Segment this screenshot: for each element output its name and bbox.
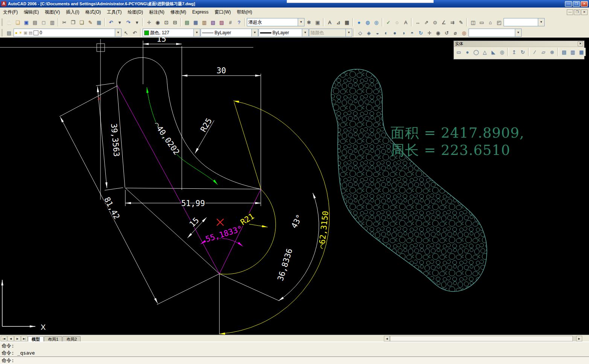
arc-length-curve[interactable] xyxy=(147,87,218,185)
scroll-right-button[interactable]: ▶ xyxy=(576,336,582,341)
tab-scroll-last-button[interactable]: ▶| xyxy=(21,336,27,341)
scrollbar-thumb[interactable] xyxy=(390,336,573,341)
text-style-manager-button[interactable]: A xyxy=(326,18,334,26)
palette-close-button[interactable]: ✕ xyxy=(578,41,583,46)
restore-button[interactable]: ❐ xyxy=(573,1,580,7)
blank-entry-dropdown-arrow-icon[interactable]: ▼ xyxy=(515,29,521,36)
render-quick-button[interactable]: ◎ xyxy=(460,29,468,37)
orbit-free-button[interactable]: ↻ xyxy=(417,29,425,37)
find-replace-button[interactable]: ◌ xyxy=(393,18,401,26)
command-input-line[interactable]: 命令: xyxy=(0,356,589,364)
quickcalc-button[interactable]: # xyxy=(226,18,234,26)
solid-torus-button[interactable]: ◎ xyxy=(498,48,506,56)
dim-width-top-text[interactable]: 15 xyxy=(157,38,166,44)
new-file-button[interactable]: ❏ xyxy=(5,18,13,26)
cut-clip-button[interactable]: ✂ xyxy=(60,18,68,26)
shade-flat-edges-button[interactable]: ◑ xyxy=(399,29,408,37)
block-editor-button[interactable]: ▦ xyxy=(95,18,103,26)
shade-2d-wireframe-button[interactable]: ◇ xyxy=(356,29,364,37)
setup-drawing-button[interactable]: ▤ xyxy=(560,48,568,56)
menu-item-6[interactable]: 绘图(D) xyxy=(125,8,146,17)
copy-clip-button[interactable]: ❐ xyxy=(69,18,77,26)
dim-aligned-button[interactable]: ⇗ xyxy=(422,18,431,26)
pan-realtime-button[interactable]: ✛ xyxy=(145,18,153,26)
lineweight-control-dropdown-arrow-icon[interactable]: ▼ xyxy=(302,29,308,36)
dim-linear-button[interactable]: ↔ xyxy=(414,18,422,26)
green-arc-dimension[interactable] xyxy=(147,87,218,185)
layer-properties-manager-button[interactable]: ▤ xyxy=(5,29,13,37)
solid-sphere-button[interactable]: ● xyxy=(463,48,472,56)
paste-clip-button[interactable]: ❏ xyxy=(78,18,86,26)
section-button[interactable]: ▱ xyxy=(539,48,548,56)
palette-title-bar[interactable]: 实体 ✕ xyxy=(454,41,584,47)
dim-edge-right-text[interactable]: 36,8336 xyxy=(276,247,294,282)
zoom-window-button[interactable]: ⊡ xyxy=(162,18,170,26)
single-viewport-button[interactable]: ▭ xyxy=(478,18,486,26)
minimize-button[interactable]: — xyxy=(565,1,572,7)
perimeter-annotation-text[interactable]: 周长 = 223.6510 xyxy=(391,142,510,158)
shade-gouraud-edges-button[interactable]: ◓ xyxy=(408,29,416,37)
menu-item-4[interactable]: 格式(O) xyxy=(82,8,104,17)
spell-check-button[interactable]: ✓ xyxy=(384,18,393,26)
tool-palettes-button[interactable]: ▥ xyxy=(200,18,209,26)
close-button[interactable]: ✕ xyxy=(581,1,588,7)
tab-scroll-next-button[interactable]: ▶ xyxy=(14,336,21,341)
menu-item-7[interactable]: 标注(N) xyxy=(146,8,167,17)
workspace-settings-button[interactable]: ✱ xyxy=(305,18,313,26)
properties-palette-button[interactable]: ▤ xyxy=(183,18,191,26)
layer-combo[interactable]: ●☀▣▤0▼ xyxy=(14,29,122,37)
markup-set-manager-button[interactable]: ▨ xyxy=(218,18,226,26)
menu-item-1[interactable]: 编辑(E) xyxy=(21,8,42,17)
plot-button[interactable]: ▤ xyxy=(31,18,39,26)
polygonal-viewport-button[interactable]: ⌂ xyxy=(486,18,495,26)
menu-item-5[interactable]: 工具(T) xyxy=(104,8,125,17)
lineweight-control-combo[interactable]: ByLayer▼ xyxy=(259,29,309,37)
model-space-viewport[interactable]: 15 30 39,3563 81,42 51,99 R25 ⌒40,0202 R… xyxy=(0,38,589,335)
scrollbar-track[interactable] xyxy=(573,336,576,341)
tab-scroll-first-button[interactable]: |◀ xyxy=(1,336,7,341)
mdi-close-button[interactable]: ✕ xyxy=(581,9,587,15)
tab-layout2[interactable]: 布局2 xyxy=(62,336,81,342)
hatched-region[interactable] xyxy=(331,69,487,291)
toolbar-grip[interactable] xyxy=(2,29,4,36)
construction-lines[interactable] xyxy=(117,86,261,274)
layer-dropdown-arrow-icon[interactable]: ▼ xyxy=(115,29,121,36)
interference-button[interactable]: ⊗ xyxy=(548,48,556,56)
redo-list-button[interactable]: ▾ xyxy=(133,18,141,26)
pan-3d-button[interactable]: ✛ xyxy=(425,29,434,37)
bottom-chord[interactable] xyxy=(125,188,261,189)
zoom-3d-button[interactable]: ◉ xyxy=(434,29,442,37)
viewport-scale-field[interactable]: ▼ xyxy=(504,18,545,26)
zoom-realtime-button[interactable]: ◉ xyxy=(154,18,162,26)
dim-long-edge-text[interactable]: 81,42 xyxy=(102,196,122,221)
dim-angular-button[interactable]: ∠ xyxy=(440,18,448,26)
extrude-button[interactable]: ↥ xyxy=(510,48,518,56)
designcenter-button[interactable]: ▦ xyxy=(192,18,200,26)
shade-flat-button[interactable]: ◐ xyxy=(382,29,390,37)
revolve-button[interactable]: ↻ xyxy=(519,48,527,56)
workspace-combo[interactable]: 潘超永▼ xyxy=(247,18,304,26)
s-curve[interactable] xyxy=(167,83,261,189)
mdi-restore-button[interactable]: ❐ xyxy=(574,9,580,15)
zoom-previous-button[interactable]: ⊟ xyxy=(171,18,179,26)
dim-edit-button[interactable]: ✎ xyxy=(457,18,465,26)
open-file-button[interactable]: ❏ xyxy=(14,18,22,26)
sheet-set-manager-button[interactable]: ▧ xyxy=(209,18,217,26)
slice-button[interactable]: ∕ xyxy=(531,48,539,56)
dim-chord-text[interactable]: 51,99 xyxy=(181,199,205,208)
menu-item-9[interactable]: Express xyxy=(189,8,212,16)
linetype-control-dropdown-arrow-icon[interactable]: ▼ xyxy=(251,29,258,36)
part-outline[interactable] xyxy=(117,58,279,334)
tab-scroll-prev-button[interactable]: ◀ xyxy=(8,336,14,341)
menu-item-11[interactable]: 帮助(H) xyxy=(234,8,255,17)
distance-3d-button[interactable]: ⌀ xyxy=(451,29,460,37)
command-window[interactable]: 命令:命令: _qsave命令: xyxy=(0,341,589,364)
plot-style-control-combo[interactable]: 随颜色▼ xyxy=(309,29,352,37)
area-annotation-text[interactable]: 面积 = 2417.8909, xyxy=(391,125,524,141)
menu-item-3[interactable]: 插入(I) xyxy=(63,8,82,17)
yellow-entities[interactable] xyxy=(219,101,329,334)
head-arc[interactable] xyxy=(117,58,167,83)
menu-item-8[interactable]: 修改(M) xyxy=(167,8,189,17)
publish-button[interactable]: ▥ xyxy=(48,18,56,26)
color-control-combo[interactable]: 颜色, 127▼ xyxy=(143,29,200,37)
